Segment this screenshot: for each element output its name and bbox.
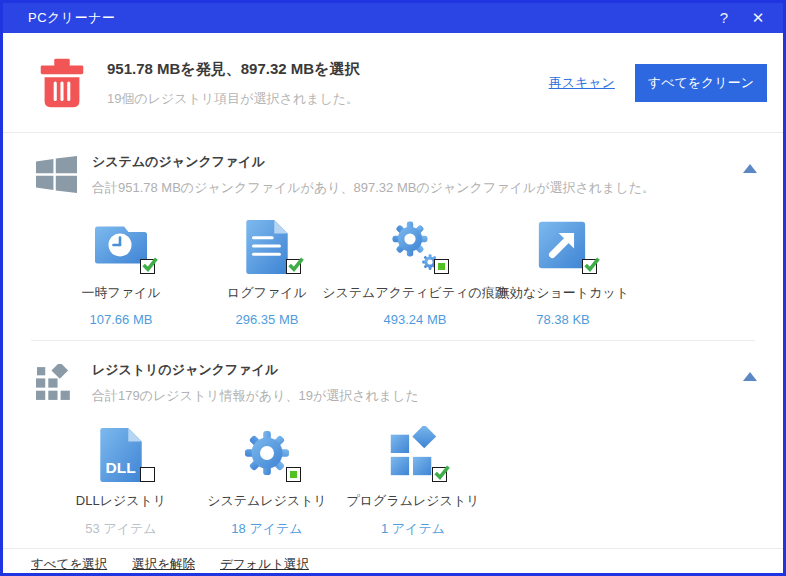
- checkbox-partial[interactable]: [286, 467, 301, 482]
- item-label: 無効なショートカット: [497, 284, 629, 302]
- svg-text:DLL: DLL: [105, 459, 135, 476]
- rescan-link[interactable]: 再スキャン: [549, 74, 615, 92]
- gears-icon: [387, 218, 443, 274]
- selection-footer: すべてを選択 選択を解除 デフォルト選択: [3, 548, 783, 576]
- section-subtitle: 合計179のレジストリ情報があり、19が選択されました: [92, 387, 743, 405]
- temp-folder-icon: [93, 218, 149, 274]
- checkbox-checked[interactable]: [432, 467, 447, 482]
- item-size-value: 78.38 KB: [536, 312, 590, 327]
- item-system-registry[interactable]: システムレジストリ 18 アイテム: [194, 426, 340, 538]
- section-title: システムのジャンクファイル: [92, 153, 743, 171]
- item-count-value: 18 アイテム: [231, 520, 302, 538]
- item-size-value: 296.35 MB: [236, 312, 299, 327]
- item-label: ログファイル: [227, 284, 307, 302]
- item-size-value: 493.24 MB: [384, 312, 447, 327]
- item-label: プログラムレジストリ: [346, 492, 479, 510]
- item-temp-files[interactable]: 一時ファイル 107.66 MB: [48, 218, 194, 327]
- content-area: システムのジャンクファイル 合計951.78 MBのジャンクファイルがあり、89…: [3, 133, 783, 548]
- checkbox-partial[interactable]: [434, 259, 449, 274]
- section-title: レジストリのジャンクファイル: [92, 361, 743, 379]
- checkbox-checked[interactable]: [582, 259, 597, 274]
- scan-result-subtitle: 19個のレジストリ項目が選択されました。: [107, 90, 549, 108]
- clean-all-button[interactable]: すべてをクリーン: [635, 64, 767, 102]
- section-subtitle: 合計951.78 MBのジャンクファイルがあり、897.32 MBのジャンクファ…: [92, 179, 743, 197]
- collapse-arrow-icon[interactable]: [743, 164, 757, 173]
- checkbox-checked[interactable]: [140, 259, 155, 274]
- window-title: PCクリーナー: [28, 9, 707, 27]
- registry-icon: [36, 364, 77, 401]
- section-registry-junk: レジストリのジャンクファイル 合計179のレジストリ情報があり、19が選択されま…: [3, 341, 783, 548]
- deselect-link[interactable]: 選択を解除: [132, 556, 195, 573]
- help-icon[interactable]: ?: [707, 3, 741, 33]
- windows-logo-icon: [36, 156, 77, 193]
- gear-icon: [239, 426, 295, 482]
- trash-icon: [33, 53, 91, 113]
- section-system-junk: システムのジャンクファイル 合計951.78 MBのジャンクファイルがあり、89…: [3, 133, 783, 337]
- dll-file-icon: DLL: [93, 426, 149, 482]
- section-titles: レジストリのジャンクファイル 合計179のレジストリ情報があり、19が選択されま…: [92, 358, 743, 405]
- header-text: 951.78 MBを発見、897.32 MBを選択 19個のレジストリ項目が選択…: [107, 58, 549, 108]
- item-program-registry[interactable]: プログラムレジストリ 1 アイテム: [340, 426, 486, 538]
- section-registry-junk-header: レジストリのジャンクファイル 合計179のレジストリ情報があり、19が選択されま…: [36, 358, 757, 405]
- item-log-files[interactable]: ログファイル 296.35 MB: [194, 218, 340, 327]
- checkbox-unchecked[interactable]: [140, 467, 155, 482]
- registry-junk-items: DLL DLLレジストリ 53 アイテム: [36, 405, 757, 548]
- shortcut-icon: [535, 218, 591, 274]
- collapse-arrow-icon[interactable]: [743, 372, 757, 381]
- titlebar: PCクリーナー ? ✕: [3, 3, 783, 33]
- item-invalid-shortcuts[interactable]: 無効なショートカット 78.38 KB: [490, 218, 636, 327]
- item-label: DLLレジストリ: [76, 492, 166, 510]
- select-all-link[interactable]: すべてを選択: [31, 556, 107, 573]
- default-selection-link[interactable]: デフォルト選択: [220, 556, 309, 573]
- item-dll-registry[interactable]: DLL DLLレジストリ 53 アイテム: [48, 426, 194, 538]
- item-label: システムレジストリ: [207, 492, 327, 510]
- section-titles: システムのジャンクファイル 合計951.78 MBのジャンクファイルがあり、89…: [92, 150, 743, 197]
- checkbox-checked[interactable]: [286, 259, 301, 274]
- item-label: システムアクティビティの痕跡: [322, 284, 508, 302]
- system-junk-items: 一時ファイル 107.66 MB: [36, 197, 757, 337]
- close-icon[interactable]: ✕: [741, 3, 775, 33]
- item-count-value: 1 アイテム: [381, 520, 445, 538]
- scan-result-title: 951.78 MBを発見、897.32 MBを選択: [107, 60, 549, 79]
- pc-cleaner-window: PCクリーナー ? ✕ 951.78 MBを発見、897.32 MBを選択 1: [0, 0, 786, 576]
- item-label: 一時ファイル: [81, 284, 160, 302]
- log-file-icon: [239, 218, 295, 274]
- section-system-junk-header: システムのジャンクファイル 合計951.78 MBのジャンクファイルがあり、89…: [36, 150, 757, 197]
- summary-header: 951.78 MBを発見、897.32 MBを選択 19個のレジストリ項目が選択…: [3, 33, 783, 133]
- item-count-value: 53 アイテム: [85, 520, 156, 538]
- item-system-activity-traces[interactable]: システムアクティビティの痕跡 493.24 MB: [340, 218, 490, 327]
- program-registry-icon: [385, 426, 441, 482]
- item-size-value: 107.66 MB: [90, 312, 153, 327]
